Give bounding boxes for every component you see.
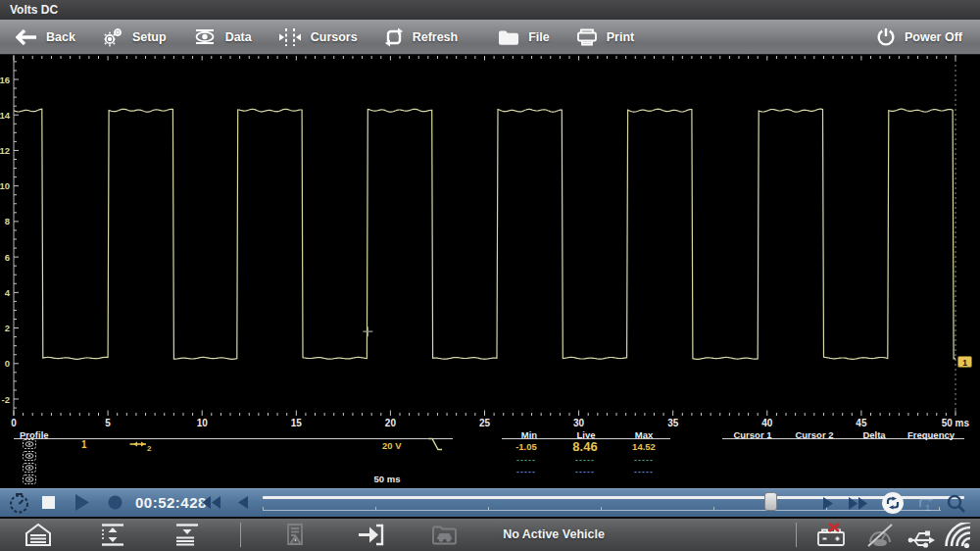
step-back-icon[interactable] bbox=[238, 496, 248, 509]
back-label: Back bbox=[46, 30, 75, 44]
svg-text:6: 6 bbox=[5, 252, 10, 263]
svg-text:-2: -2 bbox=[2, 394, 10, 405]
svg-text:16: 16 bbox=[0, 75, 10, 85]
probe-setting[interactable]: 2 bbox=[129, 438, 151, 453]
eye-icon[interactable] bbox=[23, 475, 36, 484]
sync-icon[interactable] bbox=[881, 491, 905, 515]
eye-icon[interactable] bbox=[23, 439, 36, 449]
delta-header: Delta bbox=[862, 429, 885, 440]
frequency-header: Frequency bbox=[907, 429, 955, 440]
scrubber-scale bbox=[263, 507, 941, 511]
nav-divider bbox=[796, 523, 797, 547]
print-button[interactable]: Print bbox=[576, 28, 634, 46]
file-label: File bbox=[528, 30, 550, 44]
power-off-label: Power Off bbox=[905, 30, 962, 44]
file-button[interactable]: File bbox=[498, 29, 550, 45]
probe-subscript: 2 bbox=[147, 444, 151, 453]
svg-text:2: 2 bbox=[5, 323, 10, 333]
channel-1-marker-badge[interactable]: 1 bbox=[957, 356, 972, 368]
svg-text:4: 4 bbox=[5, 287, 11, 298]
rewind-icon[interactable] bbox=[202, 496, 221, 509]
folder-icon bbox=[498, 29, 519, 45]
max-header: Max bbox=[635, 429, 653, 440]
svg-text:40: 40 bbox=[761, 418, 773, 428]
home-icon[interactable] bbox=[24, 523, 52, 547]
eye-icon[interactable] bbox=[23, 463, 36, 473]
setup-label: Setup bbox=[132, 30, 167, 44]
svg-text:14: 14 bbox=[0, 110, 11, 121]
profile-underline bbox=[14, 438, 453, 439]
cursors-button[interactable]: Cursors bbox=[278, 27, 358, 47]
refresh-button[interactable]: Refresh bbox=[384, 27, 459, 47]
svg-text:25: 25 bbox=[479, 418, 491, 428]
min-value-ch3: ----- bbox=[516, 467, 536, 476]
svg-text:12: 12 bbox=[0, 145, 10, 156]
scanner-arrow-icon[interactable] bbox=[357, 523, 384, 547]
waveform-plot: 1614121086420-205101520253035404550 ms bbox=[0, 55, 980, 428]
live-value-ch1: 8.46 bbox=[572, 439, 597, 454]
cursor2-header: Cursor 2 bbox=[795, 429, 833, 440]
eye-icon[interactable] bbox=[23, 451, 36, 461]
scope-plot-area[interactable]: 1614121086420-205101520253035404550 ms 1 bbox=[0, 55, 980, 428]
power-icon bbox=[876, 27, 896, 47]
step-forward-icon[interactable] bbox=[823, 497, 833, 510]
usb-icon[interactable] bbox=[906, 523, 936, 548]
svg-text:0: 0 bbox=[11, 418, 17, 428]
data-view-icon bbox=[193, 28, 217, 45]
live-value-ch2: ----- bbox=[575, 455, 595, 465]
print-label: Print bbox=[607, 30, 634, 44]
measurement-panel: Profile 1 2 20 V 50 ms Min Live Max -1.0… bbox=[0, 428, 980, 488]
stop-icon[interactable] bbox=[42, 496, 55, 509]
channel-number[interactable]: 1 bbox=[81, 439, 87, 450]
probe-arrow-icon bbox=[129, 438, 149, 450]
svg-text:50 ms: 50 ms bbox=[942, 418, 970, 428]
zoom-icon[interactable] bbox=[947, 494, 966, 514]
toolbar: Back Setup Data Cursors bbox=[0, 20, 980, 55]
meter-off-icon[interactable] bbox=[866, 523, 894, 548]
threshold-icon[interactable] bbox=[173, 523, 201, 547]
window-title: Volts DC bbox=[0, 0, 980, 20]
setup-button[interactable]: Setup bbox=[102, 27, 167, 47]
vehicle-folder-icon[interactable] bbox=[431, 523, 459, 547]
play-icon[interactable] bbox=[74, 494, 89, 511]
refresh-icon bbox=[384, 27, 404, 47]
wifi-icon[interactable] bbox=[943, 523, 972, 549]
min-value-ch1: -1.05 bbox=[515, 441, 537, 452]
fast-forward-icon[interactable] bbox=[849, 497, 868, 510]
svg-text:10: 10 bbox=[197, 418, 209, 428]
sweep-time[interactable]: 50 ms bbox=[374, 474, 401, 484]
svg-text:0: 0 bbox=[5, 358, 10, 369]
svg-text:20: 20 bbox=[385, 418, 397, 428]
scrubber-thumb[interactable] bbox=[764, 492, 777, 511]
data-button[interactable]: Data bbox=[193, 28, 252, 45]
active-vehicle-status: No Active Vehicle bbox=[503, 519, 605, 551]
svg-text:10: 10 bbox=[0, 180, 10, 191]
svg-text:5: 5 bbox=[105, 418, 111, 428]
record-icon[interactable] bbox=[108, 495, 122, 510]
falling-edge-icon[interactable] bbox=[427, 437, 443, 452]
loop-icon[interactable]: 1 bbox=[917, 495, 935, 513]
printer-icon bbox=[576, 28, 598, 46]
min-value-ch2: ----- bbox=[516, 455, 536, 465]
cursors-icon bbox=[278, 27, 302, 47]
max-value-ch3: ----- bbox=[634, 467, 654, 476]
refresh-label: Refresh bbox=[413, 30, 459, 44]
channel-scale[interactable]: 20 V bbox=[382, 440, 402, 451]
svg-text:8: 8 bbox=[5, 216, 10, 226]
svg-text:30: 30 bbox=[573, 418, 585, 428]
playback-timestamp: 00:52:428 bbox=[135, 494, 207, 511]
back-arrow-icon bbox=[16, 29, 37, 45]
zoom-range-icon[interactable] bbox=[99, 523, 126, 547]
back-button[interactable]: Back bbox=[16, 29, 75, 45]
cursor1-header: Cursor 1 bbox=[733, 429, 771, 440]
live-value-ch3: ----- bbox=[575, 467, 595, 476]
svg-text:45: 45 bbox=[856, 418, 867, 428]
timer-icon[interactable] bbox=[8, 492, 30, 515]
power-off-button[interactable]: Power Off bbox=[876, 27, 962, 47]
nav-divider bbox=[240, 523, 241, 547]
svg-text:35: 35 bbox=[667, 418, 679, 428]
playback-bar: 00:52:428 1 bbox=[0, 488, 980, 519]
battery-fault-icon[interactable] bbox=[816, 523, 846, 548]
codes-doc-icon[interactable] bbox=[281, 523, 309, 547]
max-value-ch2: ----- bbox=[634, 455, 654, 465]
